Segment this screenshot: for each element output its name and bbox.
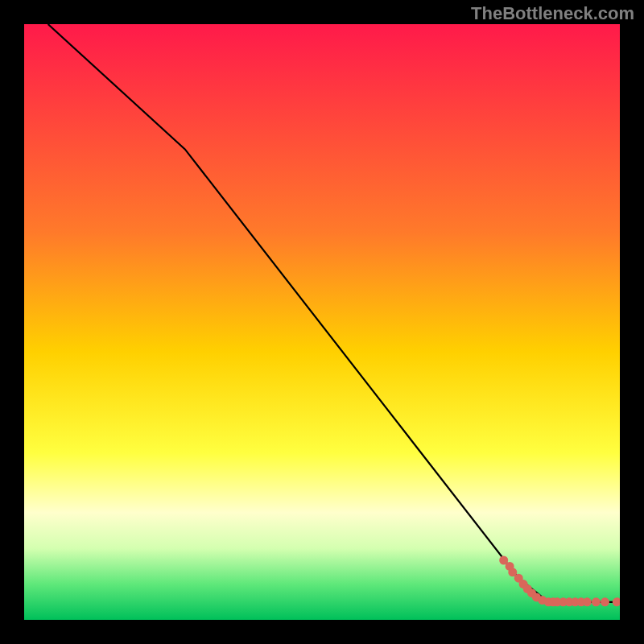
chart-plot-area <box>24 24 620 620</box>
watermark-text: TheBottleneck.com <box>471 3 634 24</box>
chart-marker <box>583 597 592 606</box>
chart-marker <box>592 597 601 606</box>
chart-svg <box>24 24 620 620</box>
chart-background <box>24 24 620 620</box>
chart-marker <box>601 597 609 606</box>
